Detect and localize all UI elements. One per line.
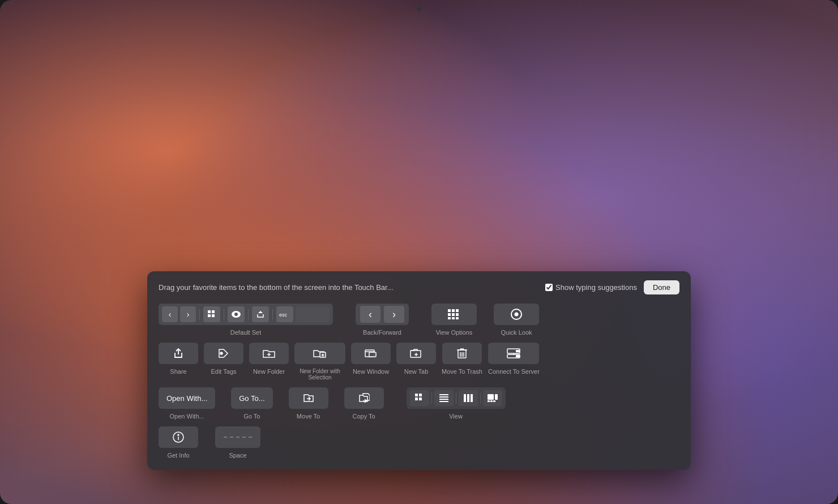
view-bar[interactable] [407,387,506,409]
svg-rect-52 [439,401,448,402]
customize-touchbar-dialog: Drag your favorite items to the bottom o… [147,271,691,470]
back-forward-item[interactable]: ‹ › Back/Forward [356,304,409,336]
quick-look-btn[interactable] [494,304,539,325]
view-gallery-btn[interactable] [483,390,502,406]
svg-rect-8 [448,313,451,316]
space-dots [224,437,252,438]
row-1: ‹ › [159,304,679,336]
back-forward-bar[interactable]: ‹ › [356,304,409,325]
svg-rect-56 [488,394,494,400]
connect-to-server-item[interactable]: Connect To Server [488,343,540,375]
share-label: Share [170,368,186,375]
show-typing-checkbox[interactable] [545,284,553,291]
view-options-btn[interactable] [431,304,477,325]
view-icon-btn[interactable] [410,390,429,406]
svg-rect-53 [464,394,466,402]
space-btn[interactable] [215,426,260,448]
spacer-bar [296,306,330,322]
macbook-frame: Drag your favorite items to the bottom o… [0,0,838,504]
svg-rect-26 [369,352,376,357]
get-info-item[interactable]: Get Info [159,426,198,459]
divider3 [480,392,481,404]
new-folder-item[interactable]: New Folder [249,343,289,375]
svg-rect-0 [208,310,211,313]
header-right: Show typing suggestions Done [545,280,679,294]
edit-tags-btn[interactable] [204,343,243,364]
go-to-btn[interactable]: Go To... [231,387,272,409]
svg-rect-3 [212,314,215,317]
new-window-label: New Window [353,368,389,375]
get-info-label: Get Info [167,452,189,459]
svg-rect-48 [419,398,422,400]
svg-rect-27 [411,351,421,357]
connect-to-server-btn[interactable] [488,343,539,364]
new-folder-label: New Folder [253,368,285,375]
eye-mini-btn[interactable] [228,306,245,322]
new-tab-item[interactable]: New Tab [396,343,436,375]
view-options-label: View Options [436,329,473,336]
svg-point-43 [518,356,520,357]
svg-rect-45 [415,394,418,396]
dialog-header: Drag your favorite items to the bottom o… [159,280,679,294]
open-with-label: Open With... [170,413,204,420]
open-with-btn[interactable]: Open With... [159,387,215,409]
view-bar-item[interactable]: View [407,387,506,420]
view-column-btn[interactable] [459,390,478,406]
svg-rect-47 [419,394,422,396]
grid-mini-btn[interactable] [203,306,220,322]
view-options-item[interactable]: View Options [431,304,477,336]
default-set-item[interactable]: ‹ › [159,304,333,336]
svg-point-17 [515,313,519,317]
edit-tags-item[interactable]: Edit Tags [204,343,243,375]
svg-point-63 [178,434,179,435]
move-to-item[interactable]: Move To [289,387,328,420]
new-folder-selection-label: New Folder with Selection [300,368,340,381]
copy-to-item[interactable]: Copy To [344,387,384,420]
svg-point-5 [234,313,238,316]
svg-rect-57 [488,400,490,402]
back-mini-btn[interactable]: ‹ [162,306,178,322]
svg-rect-49 [439,394,448,395]
copy-to-btn[interactable] [344,387,384,409]
space-label: Space [229,452,246,459]
svg-rect-55 [471,394,473,402]
view-list-btn[interactable] [434,390,454,406]
svg-rect-14 [456,313,459,316]
move-to-trash-btn[interactable] [442,343,482,364]
show-typing-label[interactable]: Show typing suggestions [545,283,637,292]
divider-3 [248,309,249,320]
new-folder-selection-btn[interactable] [294,343,345,364]
svg-rect-46 [415,398,418,400]
divider-4 [272,309,273,320]
get-info-btn[interactable] [159,426,198,448]
edit-tags-label: Edit Tags [211,368,236,375]
svg-rect-60 [495,394,498,400]
forward-btn[interactable]: › [384,306,404,323]
new-window-item[interactable]: New Window [351,343,391,375]
quick-look-label: Quick Look [501,329,532,336]
back-forward-label: Back/Forward [363,329,401,336]
back-btn[interactable]: ‹ [360,306,380,323]
new-tab-btn[interactable] [396,343,436,364]
space-item[interactable]: Space [215,426,260,459]
move-to-trash-item[interactable]: Move To Trash [442,343,482,375]
new-folder-selection-item[interactable]: New Folder with Selection [294,343,345,381]
svg-rect-59 [493,400,495,402]
new-window-btn[interactable] [351,343,391,364]
new-tab-label: New Tab [404,368,429,375]
default-set-bar[interactable]: ‹ › [159,304,333,325]
quick-look-item[interactable]: Quick Look [494,304,539,336]
done-button[interactable]: Done [644,280,679,294]
forward-mini-btn[interactable]: › [180,306,196,322]
svg-point-41 [518,351,520,352]
new-folder-btn[interactable] [249,343,289,364]
move-to-btn[interactable] [289,387,328,409]
svg-point-18 [220,352,223,354]
open-with-item[interactable]: Open With... Open With... [159,387,215,420]
esc-mini-btn[interactable]: esc [276,306,293,322]
go-to-item[interactable]: Go To... Go To [231,387,272,420]
connect-to-server-label: Connect To Server [488,368,540,375]
share-btn[interactable] [159,343,198,364]
share-item[interactable]: Share [159,343,198,375]
share-mini-btn[interactable] [252,306,269,322]
